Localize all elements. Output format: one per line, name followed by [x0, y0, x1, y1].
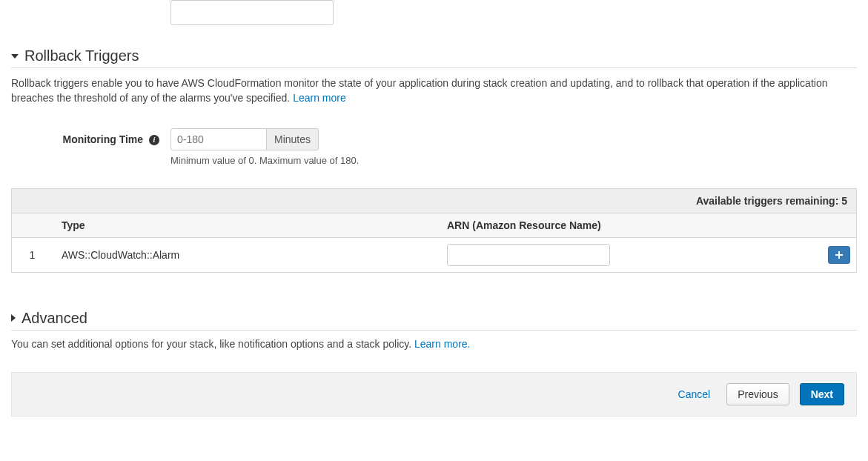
- rollback-triggers-description: Rollback triggers enable you to have AWS…: [11, 76, 857, 106]
- monitoring-time-input[interactable]: [170, 128, 267, 150]
- trigger-arn-input[interactable]: [447, 244, 610, 266]
- triggers-remaining: Available triggers remaining: 5: [12, 189, 856, 213]
- caret-right-icon: [11, 314, 16, 322]
- prior-form-field[interactable]: [170, 0, 334, 25]
- caret-down-icon: [11, 54, 19, 59]
- cancel-button[interactable]: Cancel: [672, 384, 717, 405]
- advanced-title: Advanced: [21, 310, 87, 327]
- info-icon[interactable]: i: [149, 135, 159, 145]
- rollback-learn-more-link[interactable]: Learn more: [293, 92, 346, 104]
- triggers-col-arn: ARN (Amazon Resource Name): [438, 213, 819, 237]
- previous-button[interactable]: Previous: [726, 383, 789, 405]
- monitoring-time-row: Monitoring Time i Minutes Minimum value …: [11, 128, 857, 166]
- trigger-row-index: 1: [12, 243, 53, 267]
- trigger-row-type: AWS::CloudWatch::Alarm: [53, 243, 438, 267]
- rollback-triggers-header[interactable]: Rollback Triggers: [11, 47, 857, 68]
- advanced-learn-more-link[interactable]: Learn more.: [414, 338, 470, 350]
- add-trigger-button[interactable]: [828, 246, 850, 264]
- rollback-triggers-panel: Rollback Triggers Rollback triggers enab…: [11, 47, 857, 273]
- monitoring-time-unit: Minutes: [267, 128, 319, 150]
- plus-icon: [835, 251, 843, 259]
- triggers-table: Available triggers remaining: 5 Type ARN…: [11, 188, 857, 273]
- table-row: 1 AWS::CloudWatch::Alarm: [12, 238, 856, 272]
- rollback-triggers-title: Rollback Triggers: [24, 47, 139, 64]
- wizard-footer: Cancel Previous Next: [11, 372, 857, 417]
- triggers-col-type: Type: [53, 213, 438, 237]
- advanced-panel: Advanced You can set additional options …: [11, 310, 857, 350]
- next-button[interactable]: Next: [800, 383, 844, 405]
- monitoring-time-help: Minimum value of 0. Maximum value of 180…: [170, 155, 359, 166]
- monitoring-time-label: Monitoring Time: [62, 133, 143, 145]
- advanced-description: You can set additional options for your …: [11, 338, 857, 350]
- advanced-header[interactable]: Advanced: [11, 310, 857, 331]
